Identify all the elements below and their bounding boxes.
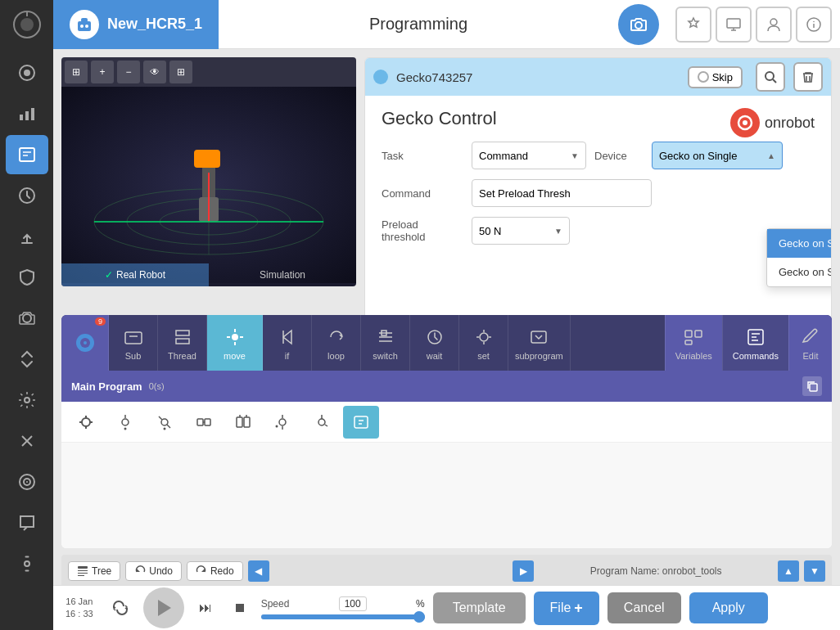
tab-commands[interactable]: Commands xyxy=(722,315,788,371)
file-button[interactable]: File + xyxy=(534,592,599,625)
brand-area: New_HCR5_1 xyxy=(53,0,219,49)
sidebar-item-shield[interactable] xyxy=(6,258,48,297)
play-button[interactable] xyxy=(143,587,184,628)
task-select[interactable]: Command ▼ xyxy=(472,142,586,169)
dropdown-option-single[interactable]: Gecko on Single xyxy=(767,229,832,258)
thread-label: Thread xyxy=(168,351,196,361)
control-header: Gecko743257 Skip xyxy=(365,58,831,96)
simulation-tab[interactable]: Simulation xyxy=(209,263,356,286)
tab-thread[interactable]: Thread xyxy=(158,315,207,371)
tab-move[interactable]: move xyxy=(207,315,263,371)
camera-button[interactable] xyxy=(618,4,659,45)
real-robot-tab[interactable]: ✓ Real Robot xyxy=(61,263,209,286)
command-input[interactable]: Set Preload Thresh xyxy=(472,179,652,207)
next-nav-button[interactable]: ▶ xyxy=(513,560,534,582)
tool-icon-8[interactable] xyxy=(343,406,379,439)
repeat-button[interactable] xyxy=(106,593,135,623)
gecko-control-title: Gecko Control xyxy=(382,108,497,129)
wait-label: wait xyxy=(427,351,443,361)
variables-label: Variables xyxy=(675,351,712,361)
stop-button[interactable]: ⏹ xyxy=(227,595,253,621)
tab-set[interactable]: set xyxy=(459,315,508,371)
viewport-grid2-btn[interactable]: ⊞ xyxy=(169,61,192,83)
device-value: Gecko on Single xyxy=(659,150,737,162)
tool-icon-1[interactable] xyxy=(68,406,104,439)
svg-rect-8 xyxy=(727,19,740,28)
tab-main[interactable]: 9 xyxy=(61,315,109,371)
viewport-eye-btn[interactable]: 👁 xyxy=(143,61,166,83)
viewport-toolbar: ⊞ + − 👁 ⊞ xyxy=(61,57,356,87)
sidebar-item-chat[interactable] xyxy=(6,503,48,542)
preload-select[interactable]: 50 N ▼ xyxy=(472,217,570,245)
user-button[interactable] xyxy=(756,7,792,43)
tab-sub[interactable]: Sub xyxy=(109,315,158,371)
svg-rect-46 xyxy=(125,332,142,344)
tab-wait[interactable]: wait xyxy=(410,315,459,371)
tool-icon-6[interactable] xyxy=(264,406,300,439)
delete-button[interactable] xyxy=(793,62,823,92)
loop-svg xyxy=(326,326,347,348)
cmd-tabs: 9 Sub Thread xyxy=(61,315,832,371)
tool-icon-7[interactable] xyxy=(304,406,340,439)
tree-button[interactable]: Tree xyxy=(68,561,120,581)
redo-button[interactable]: Redo xyxy=(187,561,243,581)
viewport-minus-btn[interactable]: − xyxy=(117,61,140,83)
sidebar-item-x[interactable] xyxy=(6,421,48,461)
chat-icon xyxy=(17,513,37,533)
svg-point-11 xyxy=(770,19,777,25)
tool-icon-3-img xyxy=(155,412,174,432)
device-select[interactable]: Gecko on Single ▲ xyxy=(652,142,783,169)
sidebar-item-camera2[interactable] xyxy=(6,299,48,338)
sidebar-item-arm[interactable] xyxy=(6,217,48,256)
tool-icon-2[interactable] xyxy=(107,406,143,439)
skip-radio xyxy=(698,71,709,83)
sidebar-item-home[interactable] xyxy=(6,53,48,92)
redo-icon xyxy=(196,565,207,577)
sidebar xyxy=(0,49,53,630)
tool-icon-8-img xyxy=(351,412,371,432)
tab-loop[interactable]: loop xyxy=(312,315,361,371)
tab-variables[interactable]: Variables xyxy=(665,315,722,371)
viewport-plus-btn[interactable]: + xyxy=(91,61,114,83)
scroll-down-button[interactable]: ▼ xyxy=(804,560,825,582)
tool-icon-4[interactable] xyxy=(186,406,222,439)
skip-button[interactable]: Skip xyxy=(688,66,743,88)
sidebar-item-programming[interactable] xyxy=(6,135,48,174)
viewport-grid-btn[interactable]: ⊞ xyxy=(65,61,88,83)
cancel-button[interactable]: Cancel xyxy=(607,592,681,623)
tool-icon-5[interactable] xyxy=(225,406,261,439)
sidebar-item-analytics[interactable] xyxy=(6,176,48,215)
svg-point-58 xyxy=(82,418,90,426)
main-tab-svg xyxy=(75,332,96,353)
sidebar-item-settings[interactable] xyxy=(6,380,48,420)
speed-slider[interactable] xyxy=(261,614,425,619)
dashboard-icon xyxy=(17,104,37,124)
right-tabs: Variables Commands xyxy=(665,315,832,371)
sidebar-item-target[interactable] xyxy=(6,462,48,502)
page-title: Programming xyxy=(219,15,618,34)
prev-nav-button[interactable]: ◀ xyxy=(248,560,269,582)
tab-subprogram[interactable]: subprogram xyxy=(508,315,571,371)
user-icon xyxy=(765,16,782,33)
dropdown-option-secondary[interactable]: Gecko on Secondary xyxy=(767,258,832,286)
svg-rect-4 xyxy=(81,18,88,22)
tool-icon-3[interactable] xyxy=(147,406,183,439)
apply-button[interactable]: Apply xyxy=(689,592,768,623)
step-forward-button[interactable]: ⏭ xyxy=(192,595,219,621)
tool-2-svg xyxy=(115,412,135,432)
scroll-up-button[interactable]: ▲ xyxy=(778,560,799,582)
info-button[interactable] xyxy=(796,7,832,43)
warranty-button[interactable] xyxy=(675,7,711,43)
tab-if[interactable]: if xyxy=(263,315,312,371)
undo-button[interactable]: Undo xyxy=(125,561,182,581)
template-button[interactable]: Template xyxy=(433,592,526,623)
copy-button[interactable] xyxy=(802,376,822,396)
tab-edit[interactable]: Edit xyxy=(788,315,832,371)
sidebar-item-settings2[interactable] xyxy=(6,340,48,379)
sidebar-item-dashboard[interactable] xyxy=(6,94,48,133)
sidebar-item-gear[interactable] xyxy=(6,544,48,583)
search-button[interactable] xyxy=(756,62,785,92)
tree-label: Tree xyxy=(92,565,111,577)
tab-switch[interactable]: switch xyxy=(361,315,410,371)
monitor-button[interactable] xyxy=(716,7,752,43)
